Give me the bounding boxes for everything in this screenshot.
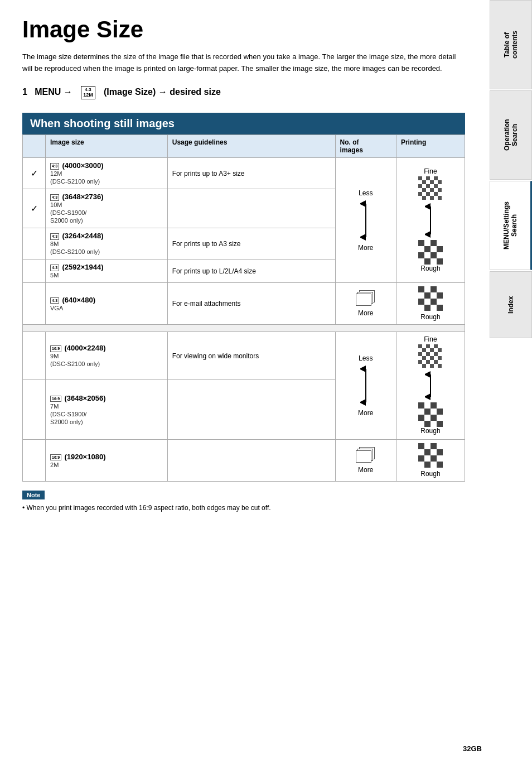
- print-arrow-svg-169: [425, 369, 436, 402]
- size-cell: 4:3 (3648×2736) 10M (DSC-S1900/S2000 onl…: [46, 189, 168, 228]
- svg-rect-75: [424, 409, 431, 415]
- no-images-arrow-169: Less: [335, 332, 396, 440]
- checkmark-icon: ✓: [31, 204, 38, 213]
- fine-label-169: Fine: [424, 335, 437, 343]
- svg-rect-79: [424, 421, 431, 427]
- note-section: Note • When you print images recorded wi…: [22, 491, 465, 513]
- check-cell: ✓: [23, 158, 46, 189]
- svg-rect-41: [418, 299, 424, 305]
- rough-pattern: [418, 240, 443, 265]
- sidebar-tab-menu[interactable]: MENU/SettingsSearch: [490, 181, 532, 270]
- check-cell: [23, 228, 46, 260]
- svg-rect-52: [434, 344, 438, 348]
- svg-rect-73: [418, 402, 424, 409]
- svg-rect-65: [422, 364, 426, 368]
- svg-rect-17: [418, 192, 422, 196]
- size-note-169-2: (DSC-S1900/S2000 only): [50, 411, 86, 425]
- svg-rect-58: [434, 352, 438, 356]
- svg-rect-54: [430, 348, 434, 352]
- th-usage: Usage guidelines: [167, 135, 335, 158]
- svg-rect-55: [438, 348, 442, 352]
- size-note: (DSC-S2100 only): [50, 178, 100, 185]
- svg-rect-6: [426, 176, 430, 180]
- separator-row: [23, 325, 465, 332]
- svg-rect-64: [434, 360, 438, 364]
- svg-rect-59: [422, 356, 426, 360]
- sidebar-tab-toc[interactable]: Table ofcontents: [490, 0, 532, 89]
- svg-rect-7: [434, 176, 438, 180]
- size-label-169-3: 2M: [50, 462, 59, 468]
- main-content: Image Size The image size determines the…: [0, 0, 487, 535]
- svg-rect-22: [438, 196, 442, 200]
- note-label: Note: [22, 491, 45, 499]
- fine-pattern: [418, 176, 443, 201]
- no-images-stacked: More: [335, 283, 396, 325]
- size-cell: 4:3 (640×480) VGA: [46, 283, 168, 325]
- size-badge: 4:3: [50, 265, 59, 271]
- svg-rect-86: [418, 455, 424, 462]
- toc-tab-label: Table ofcontents: [503, 31, 519, 59]
- sidebar-tab-index[interactable]: Index: [490, 271, 532, 338]
- usage-cell-169-3: [167, 440, 335, 482]
- menu-instruction: 1 MENU → 4:3 12M (Image Size) → desired …: [22, 86, 465, 99]
- stacked-pages-icon: More: [340, 290, 391, 317]
- rough-cell-169-bottom: Rough: [396, 440, 465, 482]
- section-header: When shooting still images: [22, 113, 465, 134]
- arrow-diagram-169: Less: [340, 352, 391, 419]
- size-label: 8M: [50, 241, 59, 247]
- size-name: (3264×2448): [62, 232, 103, 240]
- rough-pattern-169-bottom: [418, 443, 443, 468]
- svg-rect-30: [424, 246, 431, 252]
- separator-cell: [23, 325, 465, 332]
- size-cell-169: 16:9 (4000×2248) 9M (DSC-S2100 only): [46, 332, 168, 380]
- sidebar-tab-operation[interactable]: OperationSearch: [490, 90, 532, 180]
- size-name: (4000×3000): [62, 161, 103, 170]
- rough-label-169: Rough: [420, 427, 440, 435]
- stacked-pages-icon-169: More: [340, 447, 391, 474]
- less-label-169: Less: [359, 354, 373, 362]
- page-title: Image Size: [22, 17, 465, 42]
- svg-rect-82: [418, 443, 424, 449]
- svg-rect-35: [437, 258, 443, 265]
- print-arrow-svg-43: [425, 201, 436, 240]
- size-badge-169-3: 16:9: [50, 454, 61, 461]
- svg-rect-61: [438, 356, 442, 360]
- arrow-svg-43: [360, 198, 371, 243]
- less-label: Less: [359, 189, 373, 197]
- menu-icon-top: 4:3: [83, 87, 93, 93]
- size-name: (640×480): [62, 296, 95, 304]
- checkmark-icon: ✓: [31, 169, 38, 178]
- menu-icon-bottom: 12M: [83, 92, 93, 98]
- svg-rect-89: [437, 462, 443, 468]
- size-cell: 4:3 (4000×3000) 12M (DSC-S2100 only): [46, 158, 168, 189]
- svg-rect-12: [426, 184, 430, 188]
- size-name-169: (4000×2248): [64, 344, 105, 352]
- table-row: ✓ 4:3 (4000×3000) 12M (DSC-S2100 only) F…: [23, 158, 465, 189]
- size-cell: 4:3 (2592×1944) 5M: [46, 260, 168, 283]
- svg-rect-51: [426, 344, 430, 348]
- note-text: • When you print images recorded with 16…: [22, 503, 465, 513]
- table-row-169-3: 16:9 (1920×1080) 2M More: [23, 440, 465, 482]
- arrow-svg-169: [360, 363, 371, 408]
- size-label: 5M: [50, 272, 59, 278]
- size-label-169-2: 7M: [50, 403, 59, 410]
- svg-rect-19: [434, 192, 438, 196]
- svg-rect-66: [430, 364, 434, 368]
- more-label-169-bottom: More: [358, 466, 373, 474]
- intro-text: The image size determines the size of th…: [22, 51, 465, 75]
- size-label: 10M: [50, 201, 62, 208]
- svg-rect-32: [418, 252, 424, 258]
- size-cell-169-3: 16:9 (1920×1080) 2M: [46, 440, 168, 482]
- svg-rect-18: [426, 192, 430, 196]
- table-row-169: 16:9 (4000×2248) 9M (DSC-S2100 only) For…: [23, 332, 465, 380]
- usage-cell-169-2: [167, 379, 335, 439]
- svg-rect-50: [418, 344, 422, 348]
- svg-rect-84: [424, 449, 431, 455]
- table-header-row: Image size Usage guidelines No. ofimages…: [23, 135, 465, 158]
- svg-rect-57: [426, 352, 430, 356]
- th-no-images: No. ofimages: [335, 135, 396, 158]
- svg-rect-5: [418, 176, 422, 180]
- svg-rect-78: [431, 415, 437, 421]
- menu-icon-box: 4:3 12M: [81, 86, 95, 99]
- th-check: [23, 135, 46, 158]
